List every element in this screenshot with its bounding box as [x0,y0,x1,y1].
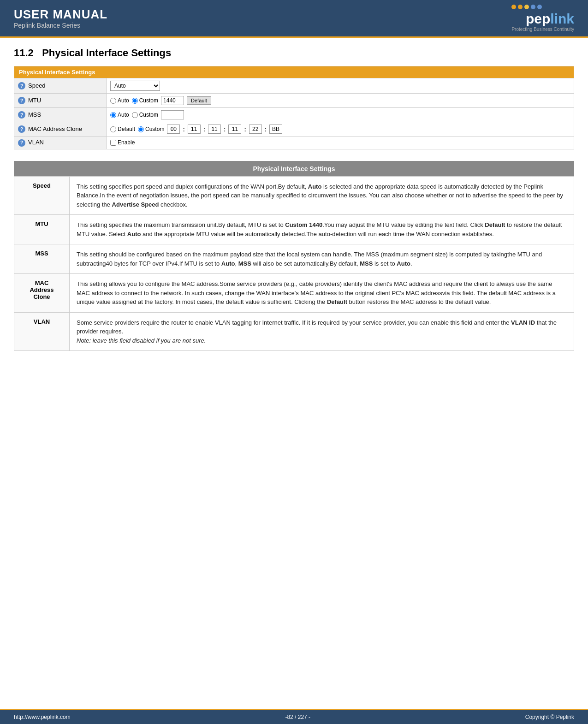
mac-default-radio[interactable] [110,126,116,132]
logo-link: link [550,11,574,26]
speed-value-cell: Auto 10 Mbps Half 10 Mbps Full 100 Mbps … [107,78,574,94]
desc-speed-text: This setting specifies port speed and du… [70,176,574,215]
mtu-help-icon[interactable]: ? [18,97,25,104]
mtu-auto-label: Auto [110,97,129,104]
mss-auto-text: Auto [118,112,129,118]
mtu-default-button[interactable]: Default [187,96,211,105]
page-header: USER MANUAL Peplink Balance Series pepli… [0,0,588,38]
desc-row-vlan: VLAN Some service providers require the … [14,312,574,351]
mac-value-cell: Default Custom : : : : : [107,122,574,136]
mac-octet-5[interactable] [249,125,262,134]
mtu-custom-radio[interactable] [132,98,138,104]
mss-custom-text: Custom [139,112,158,118]
logo-tagline: Protecting Business Continuity [511,27,574,32]
desc-mac-bold-default: Default [327,298,347,305]
settings-form-table: Physical Interface Settings ?Speed Auto … [14,66,574,149]
form-row-mac: ?MAC Address Clone Default Custom : : [14,122,574,136]
mac-sep-1: : [183,126,184,133]
mac-form-inner: Default Custom : : : : : [110,125,570,134]
desc-mtu-bold-auto: Auto [127,231,141,237]
desc-vlan-note: Note: leave this field disabled if you a… [77,337,206,344]
dot-5 [537,5,542,9]
section-heading: Physical Interface Settings [42,47,171,59]
desc-mss-label: MSS [14,244,70,274]
manual-title: USER MANUAL [14,7,107,22]
mtu-custom-label: Custom [132,97,158,104]
mac-help-icon[interactable]: ? [18,125,25,133]
desc-table-header: Physical Interface Settings [14,161,574,176]
dot-4 [531,5,535,9]
mac-sep-4: : [244,126,246,133]
desc-mss-bold-auto1: Auto [221,260,235,267]
desc-speed-bold-advertise: Advertise Speed [112,201,159,208]
desc-mtu-text: This setting specifies the maximum trans… [70,215,574,244]
vlan-help-icon[interactable]: ? [18,139,25,147]
section-title: 11.2 Physical Interface Settings [14,47,574,59]
form-row-speed: ?Speed Auto 10 Mbps Half 10 Mbps Full 10… [14,78,574,94]
desc-mss-bold-auto2: Auto [397,260,410,267]
page-footer: http://www.peplink.com -82 / 227 - Copyr… [0,709,588,724]
desc-speed-bold-auto: Auto [308,183,322,190]
desc-mtu-bold-custom: Custom 1440 [285,221,322,228]
speed-label: ?Speed [14,78,107,94]
mss-custom-radio[interactable] [132,112,138,118]
main-content: 11.2 Physical Interface Settings Physica… [0,38,588,709]
mac-octet-1[interactable] [167,125,180,134]
form-table-header: Physical Interface Settings [14,66,574,78]
vlan-label: ?VLAN [14,136,107,149]
mac-octet-6[interactable] [269,125,282,134]
desc-mss-bold-mss2: MSS [360,260,373,267]
mtu-auto-radio[interactable] [110,98,116,104]
footer-page: -82 / 227 - [285,714,310,720]
section-number: 11.2 [14,47,34,59]
mac-custom-radio[interactable] [138,126,144,132]
form-row-mtu: ?MTU Auto Custom Default [14,94,574,108]
mtu-auto-text: Auto [118,97,129,104]
logo-dots [511,5,574,9]
vlan-enable-checkbox[interactable] [110,140,116,146]
mtu-custom-input[interactable] [161,96,184,105]
mss-form-inner: Auto Custom [110,110,570,119]
speed-select[interactable]: Auto 10 Mbps Half 10 Mbps Full 100 Mbps … [110,81,160,91]
desc-row-speed: Speed This setting specifies port speed … [14,176,574,215]
mac-octet-4[interactable] [228,125,241,134]
mac-label: ?MAC Address Clone [14,122,107,136]
form-table-header-row: Physical Interface Settings [14,66,574,78]
mac-octet-3[interactable] [208,125,221,134]
desc-row-mac: MACAddressClone This setting allows you … [14,274,574,313]
vlan-enable-text: Enable [118,139,135,146]
mtu-custom-text: Custom [139,97,158,104]
desc-row-mss: MSS This setting should be configured ba… [14,244,574,274]
desc-mtu-bold-default: Default [485,221,505,228]
desc-vlan-label: VLAN [14,312,70,351]
mac-default-label: Default [110,126,135,132]
mss-auto-label: Auto [110,112,129,118]
mac-custom-label: Custom [138,126,164,132]
desc-mtu-label: MTU [14,215,70,244]
mss-auto-radio[interactable] [110,112,116,118]
mac-sep-3: : [224,126,226,133]
desc-vlan-text: Some service providers require the route… [70,312,574,351]
vlan-value-cell: Enable [107,136,574,149]
logo-text: peplink [511,11,574,27]
desc-mac-label: MACAddressClone [14,274,70,313]
desc-vlan-bold-id: VLAN ID [511,319,535,326]
desc-speed-label: Speed [14,176,70,215]
speed-help-icon[interactable]: ? [18,82,25,89]
logo-area: peplink Protecting Business Continuity [511,5,574,32]
mac-sep-5: : [265,126,267,133]
mtu-value-cell: Auto Custom Default [107,94,574,108]
mac-custom-text: Custom [145,126,164,132]
mac-octet-2[interactable] [188,125,201,134]
logo-pep: pep [526,11,550,26]
mss-custom-input[interactable] [161,110,184,119]
mss-help-icon[interactable]: ? [18,111,25,119]
manual-subtitle: Peplink Balance Series [14,22,107,29]
dot-1 [511,5,516,9]
form-row-vlan: ?VLAN Enable [14,136,574,149]
mac-sep-2: : [203,126,205,133]
desc-mss-text: This setting should be configured based … [70,244,574,274]
desc-table: Physical Interface Settings Speed This s… [14,161,574,351]
vlan-enable-label: Enable [110,139,135,146]
mss-label: ?MSS [14,108,107,122]
